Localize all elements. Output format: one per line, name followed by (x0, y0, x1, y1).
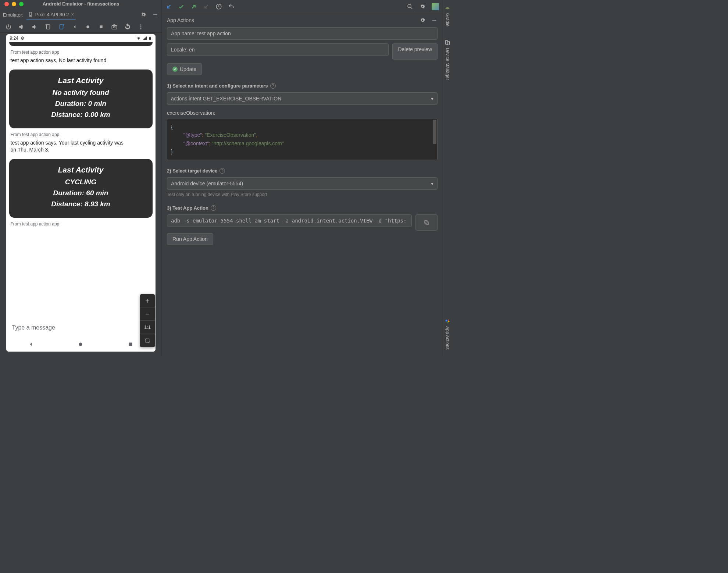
json-editor[interactable]: { "@type": "ExerciseObservation", "@cont… (167, 119, 438, 160)
svg-rect-4 (60, 25, 63, 29)
emulator-tab-bar: Emulator: Pixel 4 API 30 2 × (0, 8, 161, 21)
emulator-pane: Android Emulator - fitnessactions Emulat… (0, 0, 162, 356)
card1-activity: No activity found (14, 89, 147, 97)
app-actions-tab[interactable]: App Actions (445, 315, 450, 352)
json-scrollbar[interactable] (433, 120, 436, 144)
device-value: Android device (emulator-5554) (171, 181, 243, 186)
chevron-down-icon: ▾ (431, 96, 433, 102)
minimize-panel-icon[interactable] (152, 11, 158, 18)
arrow-up-right-icon[interactable] (190, 3, 197, 10)
help-icon-2[interactable]: ? (220, 168, 225, 174)
svg-line-22 (411, 7, 412, 8)
signal-icon (142, 36, 147, 40)
device-select[interactable]: Android device (emulator-5554) ▾ (167, 177, 438, 190)
card-top-peek (9, 42, 153, 46)
svg-rect-7 (112, 25, 117, 29)
step2-label: 2) Select target device ? (167, 168, 438, 174)
undo-icon[interactable] (228, 3, 235, 10)
emulator-device-tab[interactable]: Pixel 4 API 30 2 × (26, 10, 76, 19)
card2-distance: Distance: 8.93 km (14, 200, 147, 208)
device-manager-tab[interactable]: Device Manager (445, 37, 450, 83)
svg-point-10 (140, 26, 142, 28)
user-avatar[interactable] (432, 3, 439, 10)
status-gear-icon: ⚙ (21, 36, 25, 41)
svg-rect-13 (150, 36, 150, 37)
emulator-toolbar (0, 21, 161, 33)
chevron-down-icon-2: ▾ (431, 181, 433, 186)
ide-toolbar (162, 0, 443, 13)
app-name-field[interactable]: App name: test app action (167, 27, 438, 40)
step1-text: 1) Select an intent and configure parame… (167, 83, 268, 89)
nav-home-icon[interactable] (77, 341, 84, 348)
camera-icon[interactable] (111, 24, 118, 30)
help-icon[interactable]: ? (270, 83, 276, 89)
activity-card-2: Last Activity CYCLING Duration: 60 min D… (9, 159, 153, 218)
side-rail: Gradle Device Manager App Actions (443, 0, 452, 356)
nav-overview-icon[interactable] (127, 341, 134, 348)
panel-header: App Actions (167, 13, 438, 27)
battery-icon (148, 36, 152, 41)
ide-pane: App Actions App name: test app action Lo… (162, 0, 452, 356)
ide-settings-icon[interactable] (419, 3, 426, 10)
zoom-out-button[interactable] (140, 307, 155, 321)
delete-preview-button[interactable]: Delete preview (392, 43, 438, 60)
close-tab-icon[interactable]: × (71, 11, 74, 17)
adb-command-field[interactable]: adb -s emulator-5554 shell am start -a a… (167, 214, 412, 227)
panel-title: App Actions (167, 17, 194, 23)
status-bar: 9:24 ⚙ (6, 34, 156, 42)
more-icon[interactable] (138, 24, 144, 30)
svg-point-9 (140, 24, 142, 25)
zoom-fit-button[interactable] (140, 334, 155, 347)
svg-rect-12 (149, 37, 150, 40)
caption-3: From test app action app (11, 221, 151, 227)
svg-point-21 (408, 4, 411, 8)
phone-area: 9:24 ⚙ From test app action app test app… (0, 33, 161, 356)
wifi-icon (136, 36, 142, 40)
zoom-in-button[interactable] (140, 294, 155, 307)
locale-field[interactable]: Locale: en (167, 43, 389, 56)
assistant-message-2: test app action says, Your last cycling … (11, 139, 128, 154)
zoom-1-1-button[interactable]: 1:1 (140, 321, 155, 334)
update-button[interactable]: Update (167, 63, 202, 75)
help-icon-3[interactable]: ? (211, 205, 216, 211)
android-nav-bar (6, 337, 156, 352)
app-actions-label: App Actions (445, 326, 450, 349)
back-icon[interactable] (71, 24, 78, 30)
volume-down-icon[interactable] (32, 24, 38, 30)
device-icon (28, 12, 33, 17)
card2-duration: Duration: 60 min (14, 189, 147, 197)
home-icon[interactable] (85, 24, 91, 30)
rotate-left-icon[interactable] (45, 24, 51, 30)
step1-label: 1) Select an intent and configure parame… (167, 83, 438, 89)
card1-duration: Duration: 0 min (14, 100, 147, 108)
power-icon[interactable] (5, 24, 12, 30)
app-actions-panel: App Actions App name: test app action Lo… (162, 13, 443, 356)
svg-point-30 (448, 321, 449, 322)
arrow-down-left-icon[interactable] (165, 3, 172, 10)
intent-select[interactable]: actions.intent.GET_EXERCISE_OBSERVATION … (167, 92, 438, 105)
overview-icon[interactable] (98, 24, 104, 30)
gradle-tab[interactable]: Gradle (445, 2, 450, 29)
update-label: Update (180, 66, 196, 72)
panel-hide-icon[interactable] (431, 17, 438, 24)
search-icon[interactable] (407, 3, 413, 10)
message-placeholder: Type a message (12, 324, 55, 331)
check-icon[interactable] (178, 3, 185, 10)
svg-point-8 (114, 26, 115, 28)
phone-screen[interactable]: 9:24 ⚙ From test app action app test app… (6, 34, 156, 352)
nav-back-icon[interactable] (28, 341, 34, 348)
status-time: 9:24 (10, 36, 18, 41)
card1-distance: Distance: 0.00 km (14, 111, 147, 119)
arrow-disabled-icon (203, 3, 210, 10)
devices-icon (445, 40, 450, 46)
message-input[interactable]: Type a message (6, 318, 156, 337)
volume-up-icon[interactable] (18, 24, 25, 30)
restart-icon[interactable] (124, 24, 131, 30)
rotate-right-icon[interactable] (58, 24, 65, 30)
run-app-action-button[interactable]: Run App Action (167, 233, 213, 245)
settings-icon[interactable] (140, 11, 147, 18)
step2-text: 2) Select target device (167, 168, 217, 174)
copy-button[interactable] (415, 214, 438, 231)
panel-settings-icon[interactable] (419, 17, 426, 24)
history-icon[interactable] (215, 3, 222, 10)
